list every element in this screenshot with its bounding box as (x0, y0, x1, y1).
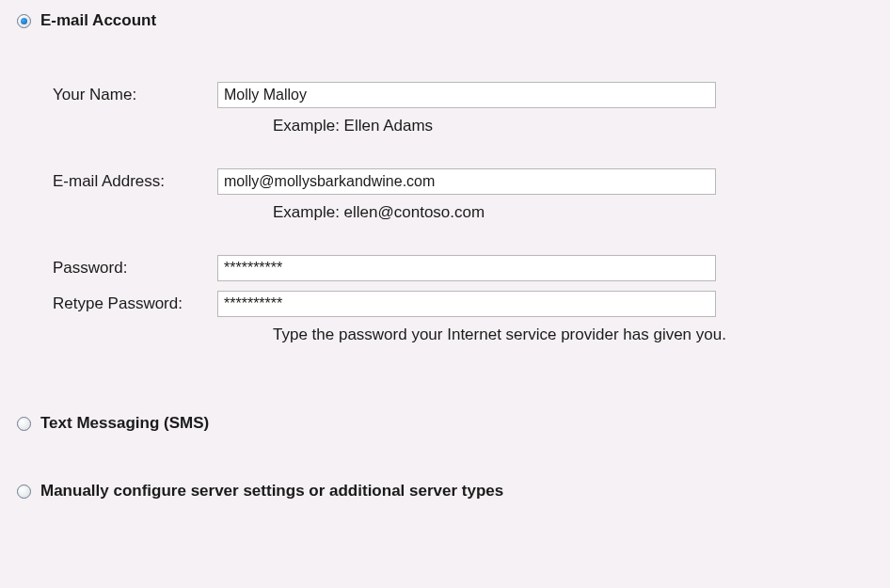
radio-manual[interactable] (17, 485, 31, 499)
your-name-input[interactable] (217, 82, 716, 108)
label-email-address: E-mail Address: (53, 172, 217, 191)
email-account-form: Your Name: Example: Ellen Adams E-mail A… (17, 38, 873, 356)
option-email-account[interactable]: E-mail Account (17, 11, 873, 30)
label-retype-password: Retype Password: (53, 294, 217, 313)
option-email-label: E-mail Account (40, 11, 156, 30)
option-manual[interactable]: Manually configure server settings or ad… (17, 482, 873, 501)
option-manual-label: Manually configure server settings or ad… (40, 482, 503, 501)
email-address-input[interactable] (217, 168, 716, 195)
option-sms-label: Text Messaging (SMS) (40, 414, 209, 433)
label-your-name: Your Name: (53, 86, 217, 104)
retype-password-input[interactable] (217, 291, 716, 317)
radio-dot-selected (21, 18, 27, 24)
email-address-example: Example: ellen@contoso.com (273, 196, 873, 222)
password-input[interactable] (217, 255, 716, 281)
your-name-example: Example: Ellen Adams (273, 109, 873, 135)
radio-sms[interactable] (17, 417, 31, 431)
option-sms[interactable]: Text Messaging (SMS) (17, 414, 873, 433)
label-password: Password: (53, 259, 217, 278)
radio-email-account[interactable] (17, 14, 31, 28)
password-hint: Type the password your Internet service … (273, 318, 873, 344)
